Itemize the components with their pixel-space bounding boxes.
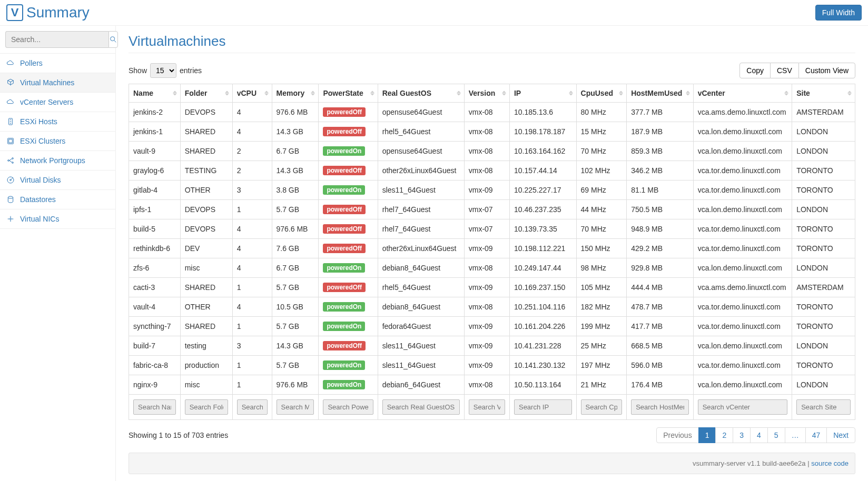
col-vcpu[interactable]: vCPU xyxy=(232,84,272,103)
cell-cpuused: 15 MHz xyxy=(576,122,627,142)
power-badge: poweredOn xyxy=(323,302,365,312)
page-next[interactable]: Next xyxy=(826,427,855,443)
sidebar-item-vcenter-servers[interactable]: vCenter Servers xyxy=(0,93,115,112)
filter-cpuused[interactable] xyxy=(581,399,623,415)
table-row[interactable]: build-5DEVOPS4976.6 MBpoweredOffrhel7_64… xyxy=(129,219,855,239)
cell-vcenter: vca.lon.demo.linuxctl.com xyxy=(693,142,792,161)
cell-power: poweredOn xyxy=(319,317,378,336)
col-vcenter[interactable]: vCenter xyxy=(693,84,792,103)
table-row[interactable]: zfs-6misc46.7 GBpoweredOndebian8_64Guest… xyxy=(129,258,855,278)
page-4[interactable]: 4 xyxy=(750,427,768,443)
copy-button[interactable]: Copy xyxy=(739,63,771,78)
cell-vcpu: 4 xyxy=(232,239,272,258)
sidebar-item-virtual-machines[interactable]: Virtual Machines xyxy=(0,73,115,92)
sidebar-item-datastores[interactable]: Datastores xyxy=(0,190,115,209)
cell-hostmem: 429.2 MB xyxy=(627,239,693,258)
sidebar-item-pollers[interactable]: Pollers xyxy=(0,54,115,73)
cell-name: jenkins-1 xyxy=(129,122,181,142)
cell-vcenter: vca.tor.demo.linuxctl.com xyxy=(693,356,792,375)
cell-ip: 10.251.104.116 xyxy=(509,297,576,317)
filter-memory[interactable] xyxy=(277,399,314,415)
filter-vcenter[interactable] xyxy=(698,399,788,415)
source-code-link[interactable]: source code xyxy=(811,459,849,467)
cell-power: poweredOff xyxy=(319,336,378,356)
cell-vcpu: 4 xyxy=(232,297,272,317)
cell-site: LONDON xyxy=(792,200,855,219)
col-memory[interactable]: Memory xyxy=(272,84,319,103)
page-title: Virtualmachines xyxy=(129,33,855,53)
table-row[interactable]: jenkins-2DEVOPS4976.6 MBpoweredOffopensu… xyxy=(129,103,855,122)
disk-icon xyxy=(6,176,15,184)
filter-name[interactable] xyxy=(133,399,176,415)
col-cpuused[interactable]: CpuUsed xyxy=(576,84,627,103)
sidebar-item-esxi-clusters[interactable]: ESXi Clusters xyxy=(0,132,115,151)
table-row[interactable]: build-7testing314.3 GBpoweredOffsles11_6… xyxy=(129,336,855,356)
cell-version: vmx-09 xyxy=(464,239,509,258)
table-row[interactable]: gitlab-4OTHER33.8 GBpoweredOnsles11_64Gu… xyxy=(129,181,855,200)
cell-vcenter: vca.lon.demo.linuxctl.com xyxy=(693,336,792,356)
filter-vcpu[interactable] xyxy=(237,399,268,415)
cloud-icon xyxy=(6,98,15,106)
col-ip[interactable]: IP xyxy=(509,84,576,103)
cell-folder: misc xyxy=(180,258,232,278)
svg-point-9 xyxy=(8,196,13,198)
col-site[interactable]: Site xyxy=(792,84,855,103)
filter-folder[interactable] xyxy=(185,399,228,415)
cell-cpuused: 69 MHz xyxy=(576,181,627,200)
col-hostmem[interactable]: HostMemUsed xyxy=(627,84,693,103)
page-47[interactable]: 47 xyxy=(805,427,827,443)
table-row[interactable]: vault-4OTHER410.5 GBpoweredOndebian8_64G… xyxy=(129,297,855,317)
col-folder[interactable]: Folder xyxy=(180,84,232,103)
sidebar-item-network-portgroups[interactable]: Network Portgroups xyxy=(0,151,115,170)
cell-name: ipfs-1 xyxy=(129,200,181,219)
col-version[interactable]: Version xyxy=(464,84,509,103)
page-2[interactable]: 2 xyxy=(715,427,733,443)
csv-button[interactable]: CSV xyxy=(771,63,798,78)
table-row[interactable]: graylog-6TESTING214.3 GBpoweredOffother2… xyxy=(129,161,855,181)
sidebar-item-esxi-hosts[interactable]: ESXi Hosts xyxy=(0,112,115,131)
cube-icon xyxy=(6,78,15,87)
cell-vcenter: vca.lon.demo.linuxctl.com xyxy=(693,258,792,278)
table-row[interactable]: jenkins-1SHARED414.3 GBpoweredOffrhel5_6… xyxy=(129,122,855,142)
page-size-select[interactable]: 15 xyxy=(150,63,176,78)
full-width-button[interactable]: Full Width xyxy=(815,5,862,21)
filter-version[interactable] xyxy=(469,399,505,415)
cell-vcpu: 4 xyxy=(232,258,272,278)
cell-hostmem: 417.7 MB xyxy=(627,317,693,336)
table-row[interactable]: cacti-3SHARED15.7 GBpoweredOffrhel5_64Gu… xyxy=(129,278,855,297)
col-power[interactable]: PowerState xyxy=(319,84,378,103)
filter-site[interactable] xyxy=(796,399,851,415)
filter-hostmem[interactable] xyxy=(631,399,688,415)
logo[interactable]: V Summary xyxy=(6,4,90,21)
page-3[interactable]: 3 xyxy=(733,427,751,443)
col-guestos[interactable]: Real GuestOS xyxy=(378,84,464,103)
filter-guestos[interactable] xyxy=(382,399,460,415)
cell-site: TORONTO xyxy=(792,297,855,317)
cell-hostmem: 187.9 MB xyxy=(627,122,693,142)
page-previous[interactable]: Previous xyxy=(656,427,698,443)
table-row[interactable]: vault-9SHARED26.7 GBpoweredOnopensuse64G… xyxy=(129,142,855,161)
search-input[interactable] xyxy=(5,31,108,48)
cell-version: vmx-09 xyxy=(464,278,509,297)
table-row[interactable]: fabric-ca-8production15.7 GBpoweredOnsle… xyxy=(129,356,855,375)
cell-guestos: sles11_64Guest xyxy=(378,356,464,375)
sidebar-item-virtual-disks[interactable]: Virtual Disks xyxy=(0,171,115,189)
cell-folder: TESTING xyxy=(180,161,232,181)
table-row[interactable]: ipfs-1DEVOPS15.7 GBpoweredOffrhel7_64Gue… xyxy=(129,200,855,219)
filter-ip[interactable] xyxy=(514,399,572,415)
custom-view-button[interactable]: Custom View xyxy=(798,63,855,78)
table-row[interactable]: rethinkdb-6DEV47.6 GBpoweredOffother26xL… xyxy=(129,239,855,258)
table-row[interactable]: syncthing-7SHARED15.7 GBpoweredOnfedora6… xyxy=(129,317,855,336)
page-…[interactable]: … xyxy=(785,427,806,443)
sidebar-item-virtual-nics[interactable]: Virtual NICs xyxy=(0,209,115,228)
filter-power[interactable] xyxy=(323,399,373,415)
table-row[interactable]: nginx-9misc1976.6 MBpoweredOndebian6_64G… xyxy=(129,375,855,395)
page-1[interactable]: 1 xyxy=(698,427,716,443)
cell-memory: 14.3 GB xyxy=(272,161,319,181)
cell-power: poweredOff xyxy=(319,278,378,297)
cell-name: graylog-6 xyxy=(129,161,181,181)
cell-cpuused: 182 MHz xyxy=(576,297,627,317)
cell-cpuused: 70 MHz xyxy=(576,142,627,161)
page-5[interactable]: 5 xyxy=(767,427,785,443)
col-name[interactable]: Name xyxy=(129,84,181,103)
